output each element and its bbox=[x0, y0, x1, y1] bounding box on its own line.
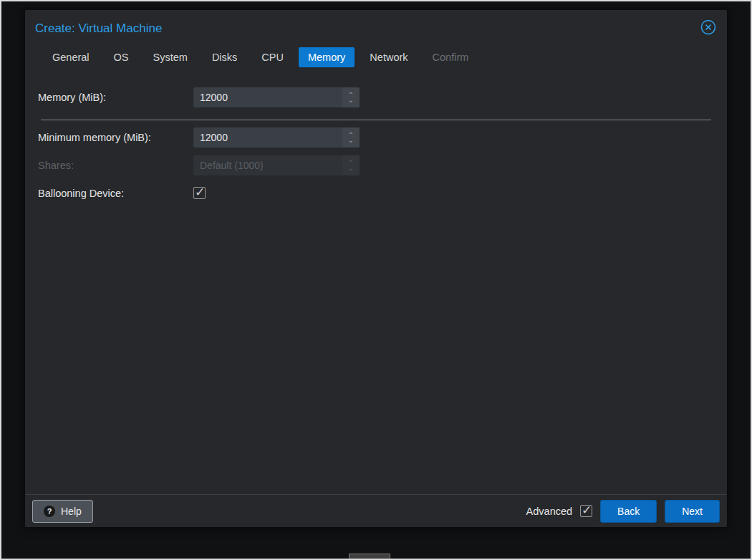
next-button[interactable]: Next bbox=[665, 500, 720, 523]
spinner-down-icon[interactable]: ⌄ bbox=[348, 137, 354, 143]
shares-field: ⌃ ⌄ bbox=[193, 155, 360, 175]
tab-confirm: Confirm bbox=[423, 47, 478, 67]
tab-os[interactable]: OS bbox=[105, 47, 138, 67]
memory-row: Memory (MiB): ⌃ ⌄ bbox=[38, 83, 714, 111]
advanced-label: Advanced bbox=[526, 506, 573, 517]
tab-disks[interactable]: Disks bbox=[203, 47, 246, 67]
min-memory-spinner[interactable]: ⌃ ⌄ bbox=[342, 127, 360, 148]
memory-field: ⌃ ⌄ bbox=[193, 87, 360, 107]
dialog-header: Create: Virtual Machine bbox=[25, 10, 727, 42]
tab-system[interactable]: System bbox=[144, 47, 197, 67]
ballooning-checkbox[interactable] bbox=[193, 187, 206, 199]
memory-spinner[interactable]: ⌃ ⌄ bbox=[342, 87, 360, 107]
shares-label: Shares: bbox=[38, 160, 193, 171]
bottom-partial-element bbox=[349, 554, 390, 560]
close-icon bbox=[700, 19, 716, 38]
advanced-checkbox[interactable] bbox=[580, 505, 592, 517]
shares-row: Shares: ⌃ ⌄ bbox=[38, 151, 714, 179]
min-memory-row: Minimum memory (MiB): ⌃ ⌄ bbox=[38, 123, 714, 151]
tab-bar: General OS System Disks CPU Memory Netwo… bbox=[25, 42, 727, 74]
tab-general[interactable]: General bbox=[43, 47, 99, 67]
dialog-footer: ? Help Advanced Back Next bbox=[25, 494, 727, 527]
memory-input[interactable] bbox=[193, 87, 360, 107]
dialog-title: Create: Virtual Machine bbox=[35, 21, 162, 36]
spinner-down-icon[interactable]: ⌄ bbox=[348, 97, 354, 102]
tab-network[interactable]: Network bbox=[360, 47, 417, 67]
min-memory-field: ⌃ ⌄ bbox=[193, 127, 360, 148]
help-button[interactable]: ? Help bbox=[32, 500, 93, 523]
min-memory-input[interactable] bbox=[193, 127, 360, 148]
tab-memory[interactable]: Memory bbox=[299, 47, 355, 67]
ballooning-label: Ballooning Device: bbox=[38, 188, 193, 199]
close-button[interactable] bbox=[700, 20, 717, 37]
shares-spinner: ⌃ ⌄ bbox=[342, 155, 360, 175]
help-icon: ? bbox=[44, 506, 55, 517]
tab-cpu[interactable]: CPU bbox=[252, 47, 293, 67]
section-divider bbox=[41, 120, 711, 120]
shares-input bbox=[193, 155, 360, 175]
min-memory-label: Minimum memory (MiB): bbox=[38, 132, 193, 143]
memory-label: Memory (MiB): bbox=[38, 92, 193, 103]
back-button[interactable]: Back bbox=[600, 500, 657, 523]
footer-actions: Advanced Back Next bbox=[526, 500, 720, 523]
spinner-down-icon: ⌄ bbox=[348, 165, 354, 170]
help-button-label: Help bbox=[61, 506, 82, 517]
ballooning-row: Ballooning Device: bbox=[38, 179, 714, 207]
memory-form: Memory (MiB): ⌃ ⌄ Minimum memory (MiB): … bbox=[25, 74, 727, 207]
create-vm-dialog: Create: Virtual Machine General OS Syste… bbox=[25, 10, 727, 527]
